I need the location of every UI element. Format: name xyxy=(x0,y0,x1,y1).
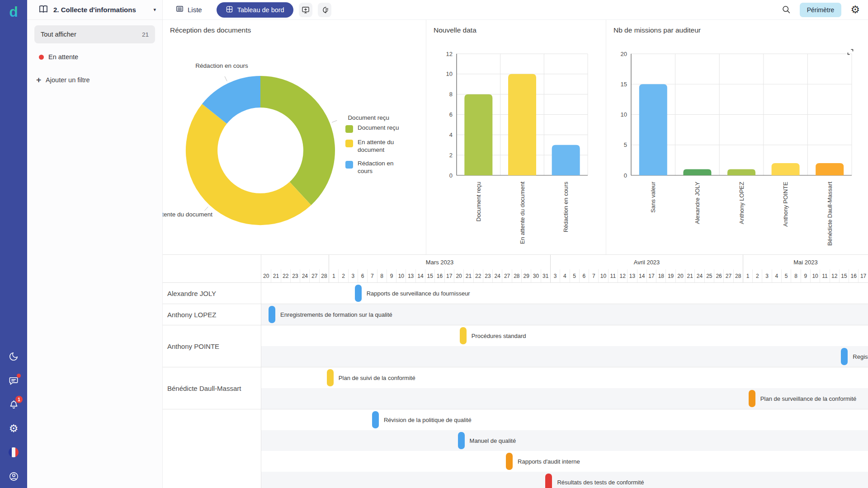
settings-gear-icon[interactable]: ⚙ xyxy=(8,423,19,434)
gantt-task-bar[interactable] xyxy=(327,369,334,386)
gantt-body: Alexandre JOLYRapports de surveillance d… xyxy=(163,283,868,488)
y-tick-label: 6 xyxy=(449,111,453,118)
gantt-day-label: 10 xyxy=(810,269,820,282)
filter-count: 21 xyxy=(142,31,149,38)
gantt-day-label: 22 xyxy=(473,269,483,282)
donut-slice[interactable] xyxy=(186,104,311,225)
dark-mode-moon-icon[interactable] xyxy=(8,351,19,362)
legend-item[interactable]: En attente du document xyxy=(345,139,409,154)
bar[interactable] xyxy=(464,94,492,175)
bar[interactable] xyxy=(508,74,536,175)
x-category-label: Anthony LOPEZ xyxy=(738,182,745,224)
dashboard-view-button[interactable]: Tableau de bord xyxy=(217,2,293,18)
callout-line xyxy=(204,207,208,211)
gantt-day-label: 17 xyxy=(646,269,656,282)
y-tick-label: 10 xyxy=(446,70,453,77)
bar[interactable] xyxy=(727,169,755,175)
gantt-day-label: 31 xyxy=(541,269,550,282)
workspace-selector[interactable]: 2. Collecte d'informations ▾ xyxy=(27,0,162,20)
gantt-task-bar[interactable] xyxy=(269,306,275,323)
y-tick-label: 5 xyxy=(624,141,627,148)
gantt-day-label: 13 xyxy=(627,269,637,282)
gantt-task-label: Résultats des tests de conformité xyxy=(557,479,644,486)
chart-panel-reception: Réception des documents Document reçuEn … xyxy=(163,20,426,254)
gantt-month-label: Mai 2023 xyxy=(743,255,868,269)
gantt-day-label: 7 xyxy=(589,269,598,282)
bar[interactable] xyxy=(816,163,844,175)
donut-slice[interactable] xyxy=(260,76,335,205)
callout-line xyxy=(225,76,227,81)
gantt-day-label: 3 xyxy=(550,269,560,282)
add-filter-label: Ajouter un filtre xyxy=(46,76,90,84)
gantt-day-label: 21 xyxy=(685,269,694,282)
gantt-task-bar[interactable] xyxy=(355,285,362,302)
expand-icon[interactable] xyxy=(846,48,854,56)
search-icon[interactable] xyxy=(780,3,793,17)
legend-label: En attente du document xyxy=(358,139,405,154)
gantt-task-bar[interactable] xyxy=(545,474,552,488)
gantt-day-label: 14 xyxy=(637,269,646,282)
gantt-day-label: 24 xyxy=(492,269,502,282)
notifications-bell-icon[interactable]: 1 xyxy=(8,399,19,410)
gantt-day-label: 25 xyxy=(704,269,714,282)
sidebar-item-en-attente[interactable]: En attente xyxy=(34,53,155,61)
french-flag xyxy=(9,447,19,457)
gantt-day-label: 3 xyxy=(762,269,771,282)
gantt-day-label: 19 xyxy=(665,269,675,282)
gantt-day-label: 12 xyxy=(618,269,627,282)
dashboard-grid-icon xyxy=(226,5,233,14)
gantt-task-bar[interactable] xyxy=(372,411,379,428)
x-category-label: Anthony POINTE xyxy=(782,182,789,227)
gantt-day-label: 9 xyxy=(387,269,396,282)
gantt-day-label: 27 xyxy=(723,269,733,282)
y-tick-label: 20 xyxy=(621,51,627,57)
list-view-button[interactable]: Liste xyxy=(171,2,207,18)
account-icon[interactable] xyxy=(8,471,19,482)
sequence-button[interactable] xyxy=(318,3,331,17)
gantt-calendar-header: Mars 2023Avril 2023Mai 2023 202122232427… xyxy=(261,255,868,283)
add-display-button[interactable] xyxy=(299,3,312,17)
language-flag-icon[interactable] xyxy=(8,447,19,458)
chart-legend: Document reçuEn attente du documentRédac… xyxy=(345,124,409,175)
legend-item[interactable]: Rédaction en cours xyxy=(345,160,409,175)
gantt-task-bar[interactable] xyxy=(506,453,513,470)
gantt-task-bar[interactable] xyxy=(841,348,848,365)
gantt-day-label: 16 xyxy=(849,269,858,282)
y-tick-label: 8 xyxy=(449,91,453,98)
gantt-task-label: Révision de la politique de qualité xyxy=(384,417,472,423)
plus-icon: + xyxy=(36,75,41,85)
app-root: d 1 ⚙ 2. xyxy=(0,0,868,488)
y-tick-label: 10 xyxy=(621,111,627,118)
gantt-day-label: 13 xyxy=(406,269,415,282)
bar[interactable] xyxy=(552,145,580,175)
bar[interactable] xyxy=(639,84,667,175)
gantt-day-label: 2 xyxy=(752,269,762,282)
add-filter-button[interactable]: + Ajouter un filtre xyxy=(34,75,155,85)
gantt-group: Anthony POINTEProcédures standardRegistr xyxy=(163,325,868,367)
sidebar-item-tout-afficher[interactable]: Tout afficher 21 xyxy=(34,25,155,43)
gantt-day-label: 3 xyxy=(348,269,358,282)
slice-callout-label: Rédaction en cours xyxy=(195,62,248,69)
list-icon xyxy=(175,5,184,15)
gantt-header: Mars 2023Avril 2023Mai 2023 202122232427… xyxy=(163,255,868,283)
bar[interactable] xyxy=(683,169,711,175)
messages-icon[interactable] xyxy=(8,375,19,386)
rail-bottom-icons: 1 ⚙ xyxy=(8,351,19,482)
legend-item[interactable]: Document reçu xyxy=(345,124,409,133)
gantt-day-label: 8 xyxy=(377,269,387,282)
gantt-day-label: 28 xyxy=(512,269,521,282)
gantt-task-row: Plan de surveillance de la conformité xyxy=(261,388,868,409)
perimetre-button[interactable]: Périmètre xyxy=(800,3,842,17)
bar[interactable] xyxy=(772,163,800,175)
gantt-day-label: 24 xyxy=(300,269,309,282)
gantt-task-bar[interactable] xyxy=(458,432,465,449)
gantt-day-label: 23 xyxy=(290,269,300,282)
app-logo[interactable]: d xyxy=(9,4,18,20)
gantt-task-bar[interactable] xyxy=(460,327,467,344)
settings-icon-topright[interactable]: ⚙ xyxy=(849,5,862,15)
notifications-badge: 1 xyxy=(15,396,23,403)
gantt-day-label: 23 xyxy=(483,269,492,282)
legend-label: Rédaction en cours xyxy=(358,160,405,175)
gantt-task-row: Enregistrements de formation sur la qual… xyxy=(261,304,868,325)
gantt-task-bar[interactable] xyxy=(749,390,755,407)
